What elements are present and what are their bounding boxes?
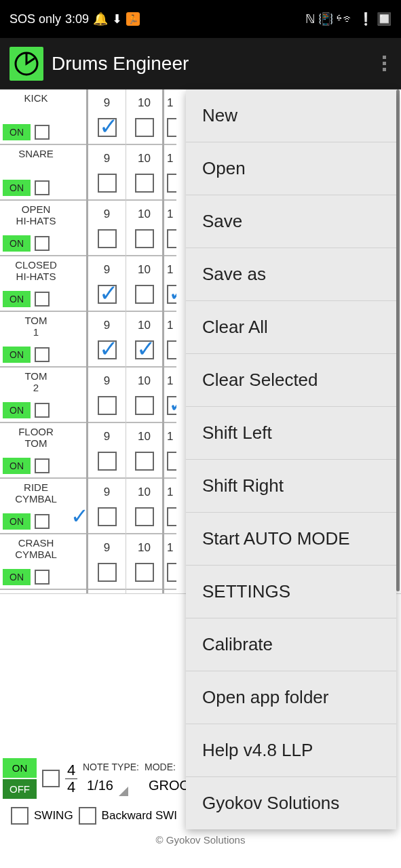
track-on-button[interactable]: ON [3,402,31,418]
overflow-menu-icon[interactable] [377,50,392,77]
cell-checkbox[interactable] [167,174,176,193]
battery-icon: 🔲 [377,12,392,26]
cell-checkbox[interactable] [135,118,154,137]
backward-swing-checkbox[interactable] [79,807,96,825]
cell-number: 10 [138,374,151,388]
track-row: TOM2ON [0,368,72,423]
cell-checkbox[interactable] [135,229,154,248]
time-signature[interactable]: 4 4 [65,762,77,794]
cell-checkbox[interactable] [167,507,176,526]
menu-item[interactable]: Open [186,142,396,195]
track-on-button[interactable]: ON [3,291,31,307]
cell-checkbox[interactable] [98,452,117,471]
cell-checkbox[interactable]: ✓ [167,396,176,415]
cell-checkbox[interactable] [167,118,176,137]
grid-cell[interactable]: 9 [88,145,126,201]
swing-checkbox[interactable] [11,807,28,825]
menu-item[interactable]: Save [186,195,396,248]
grid-cell[interactable]: 9 [88,534,126,590]
play-off-button[interactable]: OFF [3,779,37,799]
grid-cell[interactable]: 9✓ [88,90,126,145]
grid-cell[interactable]: 9 [88,479,126,534]
cell-checkbox[interactable] [98,396,117,415]
cell-checkbox[interactable]: ✓ [167,285,176,304]
grid-cell[interactable]: 1 [164,312,176,368]
menu-item[interactable]: Help v4.8 LLP [186,724,396,777]
grid-cell[interactable]: 10 [126,145,162,201]
menu-item[interactable]: Gyokov Solutions [186,777,396,829]
grid-cell[interactable]: 10 [126,90,162,145]
cell-checkbox[interactable] [135,563,154,582]
cell-checkbox[interactable] [98,229,117,248]
grid-cell[interactable]: 10✓ [126,312,162,368]
grid-cell[interactable]: 9✓ [88,256,126,312]
cell-checkbox[interactable] [98,507,117,526]
app-logo-icon[interactable] [9,47,43,81]
menu-item[interactable]: Start AUTO MODE [186,513,396,566]
cell-checkbox[interactable] [135,452,154,471]
grid-cell[interactable]: 10 [126,534,162,590]
track-on-button[interactable]: ON [3,235,31,252]
menu-item[interactable]: Clear All [186,301,396,354]
track-mute-checkbox[interactable] [35,403,50,418]
track-mute-checkbox[interactable] [35,458,50,473]
track-on-button[interactable]: ON [3,569,31,585]
menu-item[interactable]: SETTINGS [186,566,396,618]
cell-checkbox[interactable] [135,396,154,415]
track-on-button[interactable]: ON [3,347,31,363]
play-on-button[interactable]: ON [3,758,37,778]
grid-cell[interactable]: 10 [126,368,162,423]
grid-cell[interactable]: 1✓ [164,256,176,312]
scrollbar[interactable] [396,90,400,591]
cell-checkbox[interactable] [135,507,154,526]
grid-cell[interactable]: 1 [164,534,176,590]
track-on-button[interactable]: ON [3,180,31,196]
menu-item[interactable]: Open app folder [186,671,396,724]
cell-checkbox[interactable]: ✓ [98,285,117,304]
grid-cell[interactable]: 10 [126,479,162,534]
cell-checkbox[interactable] [98,563,117,582]
track-mute-checkbox[interactable] [35,180,50,195]
grid-cell[interactable]: 9 [88,201,126,256]
menu-item[interactable]: Calibrate [186,618,396,671]
grid-cell[interactable]: 1 [164,479,176,534]
track-on-button[interactable]: ON [3,124,31,140]
menu-item[interactable]: Shift Left [186,407,396,460]
menu-item[interactable]: Save as [186,248,396,301]
cell-checkbox[interactable]: ✓ [98,118,117,137]
cell-checkbox[interactable] [98,174,117,193]
track-on-button[interactable]: ON [3,458,31,474]
grid-cell[interactable]: 1 [164,145,176,201]
grid-cell[interactable]: 10 [126,201,162,256]
cell-checkbox[interactable] [167,340,176,359]
cell-checkbox[interactable] [167,229,176,248]
grid-cell[interactable]: 1 [164,201,176,256]
grid-cell[interactable]: 9✓ [88,312,126,368]
menu-item[interactable]: New [186,90,396,142]
track-mute-checkbox[interactable] [35,292,50,307]
grid-cell[interactable]: 10 [126,423,162,479]
grid-cell[interactable]: 9 [88,368,126,423]
grid-cell[interactable]: 1 [164,423,176,479]
menu-item[interactable]: Shift Right [186,460,396,513]
grid-cell[interactable]: 9 [88,423,126,479]
cell-checkbox[interactable]: ✓ [98,340,117,359]
track-mute-checkbox[interactable] [35,570,50,585]
track-mute-checkbox[interactable] [35,236,50,251]
menu-item[interactable]: Clear Selected [186,354,396,407]
cell-checkbox[interactable] [167,563,176,582]
cell-checkbox[interactable] [167,452,176,471]
track-mute-checkbox[interactable] [35,125,50,140]
track-on-button[interactable]: ON [3,513,31,530]
cell-checkbox[interactable] [135,174,154,193]
track-mute-checkbox[interactable] [35,514,50,529]
grid-cell[interactable]: 10 [126,256,162,312]
spinner-icon[interactable] [119,787,128,796]
cell-checkbox[interactable]: ✓ [135,340,154,359]
cell-checkbox[interactable] [135,285,154,304]
grid-cell[interactable]: 1✓ [164,368,176,423]
grid-cell[interactable]: 1 [164,90,176,145]
note-type-value[interactable]: 1/16 [83,775,117,796]
loop-checkbox[interactable] [42,770,60,787]
track-mute-checkbox[interactable] [35,347,50,362]
